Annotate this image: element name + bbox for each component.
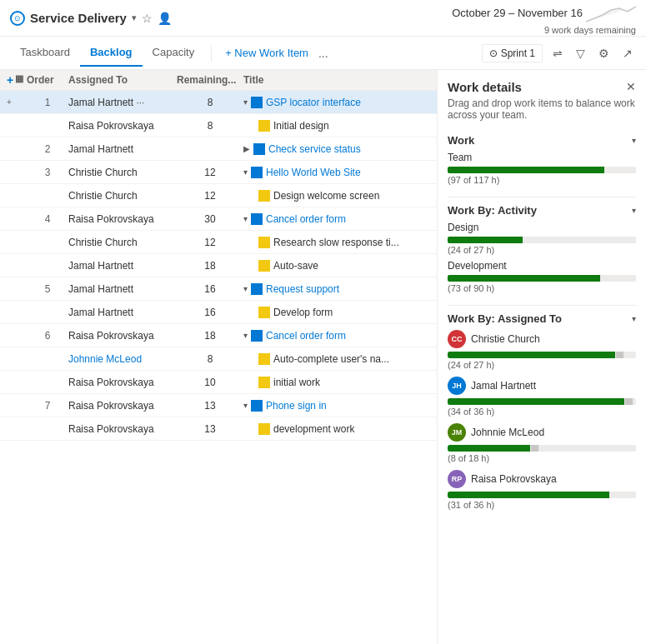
row-chevron[interactable]: ▾	[243, 401, 248, 410]
top-bar: ⊙ Service Delivery ▾ ☆ 👤 October 29 – No…	[0, 0, 646, 37]
row-title-text[interactable]: initial work	[273, 377, 320, 388]
row-title-cell: Auto-save	[243, 260, 430, 272]
development-activity: Development (73 of 90 h)	[448, 260, 636, 293]
settings-filter-icon[interactable]: ⇌	[549, 45, 566, 62]
panel-title: Work details	[448, 80, 522, 94]
row-remaining: 8	[177, 120, 243, 132]
work-item-icon-yellow	[258, 190, 270, 202]
team-progress-label: (97 of 117 h)	[448, 175, 636, 185]
row-assignee: Raisa Pokrovskaya	[68, 213, 177, 225]
row-remaining: 12	[177, 167, 243, 178]
row-chevron[interactable]: ▶	[243, 144, 250, 153]
row-title-text[interactable]: Phone sign in	[266, 400, 327, 412]
row-remaining: 16	[177, 307, 243, 318]
row-assignee: Jamal Hartnett	[68, 283, 177, 295]
row-title-text[interactable]: Auto-complete user's na...	[273, 353, 389, 365]
remaining-header: Remaining...	[177, 74, 243, 86]
table-row[interactable]: Raisa Pokrovskaya 8 Initial design	[0, 114, 437, 137]
table-row[interactable]: Raisa Pokrovskaya 13 development work	[0, 417, 437, 441]
row-title-cell: ▶ Check service status	[243, 143, 430, 155]
table-row[interactable]: 6 Raisa Pokrovskaya 18 ▾ Cancel order fo…	[0, 324, 437, 347]
date-range: October 29 – November 16	[452, 7, 583, 19]
table-row[interactable]: 2 Jamal Hartnett ▶ Check service status	[0, 137, 437, 161]
christie-progress-label: (24 of 27 h)	[448, 360, 636, 370]
work-item-icon-yellow	[258, 237, 270, 248]
table-row[interactable]: Johnnie McLeod 8 Auto-complete user's na…	[0, 347, 437, 371]
row-assignee: Raisa Pokrovskaya	[68, 120, 177, 132]
christie-bar-overflow	[616, 352, 623, 358]
johnnie-bar-overflow	[531, 445, 538, 452]
row-title-text[interactable]: Cancel order form	[266, 213, 346, 225]
tab-taskboard[interactable]: Taskboard	[10, 39, 80, 67]
row-title-text[interactable]: development work	[273, 423, 354, 435]
work-by-activity-header[interactable]: Work By: Activity ▾	[448, 204, 636, 217]
row-title-text[interactable]: Research slow response ti...	[273, 237, 399, 248]
work-days-remaining: 9 work days remaining	[544, 25, 636, 35]
row-chevron[interactable]: ▾	[243, 284, 248, 293]
new-work-item-button[interactable]: + New Work Item	[218, 43, 315, 62]
add-row-icon[interactable]: +	[7, 73, 13, 87]
table-row[interactable]: 3 Christie Church 12 ▾ Hello World Web S…	[0, 161, 437, 184]
table-row[interactable]: Jamal Hartnett 16 Develop form	[0, 301, 437, 324]
gear-icon[interactable]: ⚙	[595, 45, 613, 62]
header-icons: + ▦	[7, 73, 27, 87]
nav-separator	[211, 45, 212, 62]
row-title-text[interactable]: Design welcome screen	[273, 190, 379, 202]
work-item-icon-blue	[251, 283, 263, 295]
work-section-header[interactable]: Work ▾	[448, 134, 636, 147]
row-title-cell: Research slow response ti...	[243, 237, 430, 248]
table-row[interactable]: Christie Church 12 Research slow respons…	[0, 231, 437, 254]
row-assignee: Jamal Hartnett	[68, 307, 177, 318]
filter-icon[interactable]: ▽	[573, 45, 588, 62]
row-remaining: 13	[177, 423, 243, 435]
table-row[interactable]: 4 Raisa Pokrovskaya 30 ▾ Cancel order fo…	[0, 207, 437, 231]
close-panel-icon[interactable]: ✕	[626, 80, 636, 93]
table-row[interactable]: Christie Church 12 Design welcome screen	[0, 184, 437, 207]
row-chevron[interactable]: ▾	[243, 331, 248, 340]
row-title-text[interactable]: Cancel order form	[266, 330, 346, 342]
team-icon[interactable]: 👤	[158, 12, 172, 25]
row-title-text[interactable]: Request support	[266, 283, 339, 295]
sprint-selector[interactable]: ⊙ Sprint 1	[482, 44, 543, 62]
development-progress-label: (73 of 90 h)	[448, 283, 636, 293]
backlog-table: + ▦ Order Assigned To Remaining... Title…	[0, 70, 438, 644]
tab-backlog[interactable]: Backlog	[80, 39, 143, 67]
panel-header: Work details ✕	[448, 80, 636, 94]
christie-bar-fill	[448, 352, 615, 358]
row-chevron[interactable]: ▾	[243, 167, 248, 177]
row-assignee: Jamal Hartnett ···	[68, 97, 177, 108]
row-remaining: 12	[177, 190, 243, 202]
favorite-icon[interactable]: ☆	[142, 12, 153, 25]
row-expand-icon[interactable]: +	[7, 97, 27, 107]
more-options-button[interactable]: ...	[315, 45, 332, 62]
raisa-name: Raisa Pokrovskaya	[471, 473, 557, 485]
row-order: 1	[27, 97, 68, 108]
row-chevron[interactable]: ▾	[243, 214, 248, 223]
table-row[interactable]: 7 Raisa Pokrovskaya 13 ▾ Phone sign in	[0, 394, 437, 417]
table-row[interactable]: Raisa Pokrovskaya 10 initial work	[0, 371, 437, 394]
table-row[interactable]: 5 Jamal Hartnett 16 ▾ Request support	[0, 277, 437, 301]
row-title-text[interactable]: Develop form	[273, 307, 333, 318]
section-divider	[448, 197, 636, 197]
design-progress-bar	[448, 237, 636, 243]
row-title-text[interactable]: GSP locator interface	[266, 97, 361, 108]
work-by-assigned-header[interactable]: Work By: Assigned To ▾	[448, 312, 636, 325]
expand-icon[interactable]: ↗	[619, 45, 636, 62]
tab-capacity[interactable]: Capacity	[143, 39, 205, 67]
row-title-cell: Design welcome screen	[243, 190, 430, 202]
table-row[interactable]: Jamal Hartnett 18 Auto-save	[0, 254, 437, 277]
table-row[interactable]: + 1 Jamal Hartnett ··· 8 ▾ GSP locator i…	[0, 91, 437, 114]
row-title-text[interactable]: Auto-save	[273, 260, 318, 272]
row-title-text[interactable]: Hello World Web Site	[266, 167, 361, 178]
nav-tabs: Taskboard Backlog Capacity + New Work It…	[0, 37, 646, 70]
project-chevron-icon[interactable]: ▾	[132, 12, 137, 23]
team-label: Team	[448, 152, 636, 163]
row-assignee: Raisa Pokrovskaya	[68, 330, 177, 342]
row-chevron[interactable]: ▾	[243, 97, 248, 107]
row-assignee[interactable]: Johnnie McLeod	[68, 353, 177, 365]
row-title-text[interactable]: Initial design	[273, 120, 329, 132]
work-item-icon-blue	[251, 167, 263, 178]
row-title-text[interactable]: Check service status	[268, 143, 361, 155]
row-remaining: 16	[177, 283, 243, 295]
design-progress-fill	[448, 237, 523, 243]
